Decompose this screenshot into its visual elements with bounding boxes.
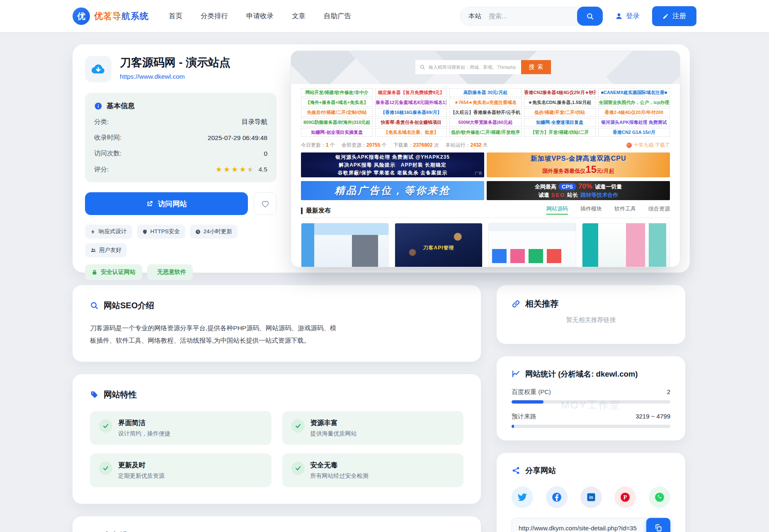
pencil-icon <box>662 13 669 19</box>
logo-icon: 优 <box>73 7 90 25</box>
logo[interactable]: 优 优茗导航系统 <box>73 7 149 25</box>
preview-link: 【官方】开发/搭建/仿站/二开 <box>524 128 596 137</box>
feature-item: 更新及时 定期更新优质资源 <box>90 453 272 487</box>
preview-link: 高防服务器 30元/月起 <box>449 88 521 97</box>
share-button[interactable] <box>512 486 533 508</box>
page-title: 刀客源码网 - 演示站点 <box>120 56 230 70</box>
search-input[interactable] <box>489 12 577 20</box>
statistics-heading: 网站统计 (分析域名: dkewl.com) <box>525 369 638 379</box>
site-url-link[interactable]: https://www.dkewl.com <box>120 73 185 80</box>
stat-item: 全部资源：20755 个 <box>342 142 387 149</box>
basic-info-panel: 基本信息 分类: 目录导航 收录时间: 2025-07-29 06:49:48 <box>85 93 277 182</box>
user-icon <box>615 12 623 20</box>
stat-item: 今日更新：1 个 <box>301 142 335 149</box>
thumbnail-dashboard <box>488 223 576 267</box>
nav-item[interactable]: 首页 <box>169 12 182 21</box>
search-icon <box>90 301 99 310</box>
thumbnail-night-city: 刀客API管理 <box>395 223 483 267</box>
share-button[interactable] <box>649 486 670 508</box>
features-heading: 网站特性 <box>104 389 137 400</box>
tag-icon <box>90 247 96 253</box>
dot-icon <box>626 143 632 148</box>
thumbnail-worktool <box>582 223 670 267</box>
feature-tag: 用户友好 <box>85 243 127 257</box>
preview-link: 低价/软件修改/二开/搭建/开发程序 <box>449 128 521 137</box>
preview-link: 知赚网-创业项目实操复盘 <box>301 128 373 137</box>
share-url-input[interactable] <box>512 518 650 532</box>
preview-link: 500M大带宽服务器|60元起 <box>449 118 521 127</box>
chart-icon <box>512 370 520 378</box>
visit-site-button[interactable]: 访问网站 <box>85 192 248 215</box>
nav-item[interactable]: 申请收录 <box>246 12 274 21</box>
ad-slot-banner: 精品广告位，等你来抢 <box>301 181 484 200</box>
header-search: 本站 <box>460 7 603 26</box>
star-icon: ★ <box>216 165 222 174</box>
preview-link: 【久旺云】香港服务器秒开/云手机 <box>449 108 521 117</box>
brand-title: 优茗导航系统 <box>94 10 149 22</box>
preview-link: 800G防御服务器/封海外|310元起 <box>301 118 373 127</box>
nav-item[interactable]: 文章 <box>292 12 306 21</box>
progress-bar <box>512 400 670 404</box>
star-icon: ★ <box>231 165 238 174</box>
copy-url-button[interactable] <box>646 518 670 532</box>
preview-banner-header: 输入精简词搜索如：商城、影视、Thinkphp 搜索 <box>291 51 680 84</box>
preview-search-box: 输入精简词搜索如：商城、影视、Thinkphp <box>415 60 521 74</box>
preview-link: 香港CN2服务器4核4G仅29/月★秒开 <box>524 88 596 97</box>
preview-link: 稳定服务器【首月免费续费9元】 <box>375 88 447 97</box>
header-actions: 本站 登录 注册 <box>460 6 696 26</box>
site-features-card: 网站特性 界面简洁 设计简约，操作便捷 资 <box>73 374 481 504</box>
safety-tag: 安全认证网站 <box>85 264 142 280</box>
check-icon <box>99 419 112 433</box>
lock-icon <box>92 269 97 275</box>
site-summary: 刀客源码网 - 演示站点 https://www.dkewl.com 基本信息 … <box>85 56 277 280</box>
click-ranking-card: 点入排行 刀客源码网 -... 刀客源码网源码测... <box>73 516 481 532</box>
login-link[interactable]: 登录 <box>615 12 640 21</box>
check-icon <box>99 462 112 475</box>
preview-link: ■CANEMX超实惠国际域名注册■ <box>598 88 670 97</box>
preview-link: 网站开发/搭建/软件修改/非中介 <box>301 88 373 97</box>
feature-tags: 响应式设计 HTTPS安全 24小时更新 用户友好 <box>85 225 277 257</box>
info-heading: 基本信息 <box>107 101 135 111</box>
preview-link: 【免实名域名注册、批发】 <box>375 128 447 137</box>
preview-link: ★免实名CDN.服务器,1.5$/月起 <box>524 98 596 107</box>
preview-search-button: 搜索 <box>521 60 551 74</box>
info-icon <box>94 102 102 110</box>
feature-item: 安全无毒 所有网站经过安全检测 <box>282 453 464 487</box>
apk-ad-banner: 银河源头APK报毒处理 免费测试 @YHAPK235 解决APK报毒 风险提示 … <box>301 152 484 177</box>
tag-icon <box>195 229 201 235</box>
stat-item: 本站运行：2432 天 <box>446 142 488 149</box>
search-scope-select[interactable]: 本站 <box>468 12 481 21</box>
share-button[interactable] <box>546 486 568 508</box>
half-star-icon: ★ <box>247 165 254 174</box>
search-button[interactable] <box>577 7 603 26</box>
nav-item[interactable]: 自助广告 <box>324 12 351 21</box>
nav-item[interactable]: 分类排行 <box>201 12 228 21</box>
vps-ad-banner: 新加坡VPS-金牌高速双路CPU 国外服务器最低仅15元/月起 <box>487 152 670 177</box>
copy-icon <box>654 524 662 532</box>
preview-link: 知赚网-全赛道项目复盘 <box>524 118 596 127</box>
external-link-icon <box>146 200 153 208</box>
related-links-card: 相关推荐 暂无相关推荐链接 <box>497 285 685 344</box>
svg-text:in: in <box>589 495 593 500</box>
seo-description: 刀客源码是一个专业的网络资源分享平台,提供各种PHP源码、网站源码、游戏源码、模… <box>90 322 339 347</box>
feature-tag: HTTPS安全 <box>137 225 185 239</box>
register-button[interactable]: 注册 <box>652 6 696 26</box>
share-button[interactable]: in <box>580 486 602 508</box>
thumbnail-admin-ui <box>301 223 389 267</box>
feature-tag: 24小时更新 <box>190 225 238 239</box>
preview-link: 银河源头APK报毒处理 免费测试 <box>598 118 670 127</box>
safety-tag: 无恶意软件 <box>147 264 193 280</box>
cps-ad-banner: 全网最高CPS70%诚邀一切量 诚邀SEO站长跳转等技术合作 <box>487 181 670 200</box>
progress-bar <box>512 425 670 428</box>
check-icon <box>291 462 305 475</box>
link-icon <box>512 300 520 308</box>
search-icon <box>586 12 594 20</box>
stat-row: 百度权重 (PC) 2 <box>512 388 670 404</box>
website-screenshot-preview[interactable]: 输入精简词搜索如：商城、影视、Thinkphp 搜索 网站开发/搭建/软件修改/… <box>291 51 680 267</box>
preview-link: 快客帮-悬赏任务创业赚钱项目 <box>375 118 447 127</box>
feature-item: 资源丰富 提供海量优质网站 <box>282 411 464 445</box>
seo-intro-card: 网站SEO介绍 刀客源码是一个专业的网络资源分享平台,提供各种PHP源码、网站源… <box>73 285 481 362</box>
related-empty-text: 暂无相关推荐链接 <box>566 316 616 324</box>
favorite-button[interactable] <box>254 192 277 215</box>
share-button[interactable]: P <box>614 486 636 508</box>
